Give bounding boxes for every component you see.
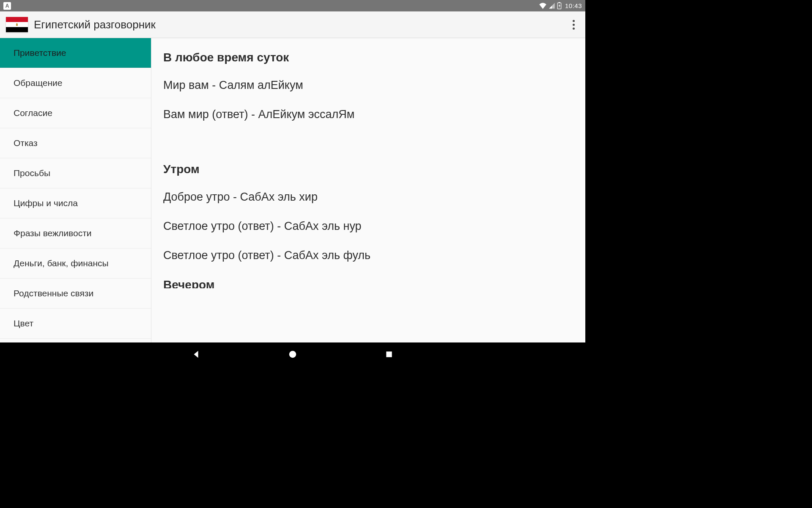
app-bar: Египетский разговорник (0, 11, 585, 38)
nav-back-button[interactable] (190, 348, 202, 360)
sidebar-item-0[interactable]: Приветствие (0, 38, 151, 68)
nav-home-button[interactable] (287, 348, 299, 360)
phrase: Светлое утро (ответ) - СабАх эль фуль (163, 249, 573, 262)
sidebar-item-5[interactable]: Цифры и числа (0, 188, 151, 218)
sidebar-item-label: Цифры и числа (14, 198, 78, 208)
wifi-icon (539, 3, 547, 9)
content-panel: В любое время сутокМир вам - Салям алЕйк… (151, 38, 585, 342)
sidebar-item-3[interactable]: Отказ (0, 128, 151, 158)
sidebar-item-label: Согласие (14, 108, 52, 118)
svg-point-2 (289, 351, 296, 358)
sidebar-item-4[interactable]: Просьбы (0, 158, 151, 188)
status-bar: A 10:43 (0, 0, 585, 11)
section-title: Утром (163, 163, 573, 176)
sidebar-item-label: Отказ (14, 138, 38, 148)
app-title: Египетский разговорник (34, 18, 156, 31)
sidebar-item-7[interactable]: Деньги, банк, финансы (0, 248, 151, 279)
sidebar-item-label: Фразы вежливости (14, 228, 92, 238)
sidebar-item-label: Цвет (14, 318, 33, 329)
clock: 10:43 (565, 2, 582, 9)
sidebar-item-9[interactable]: Цвет (0, 309, 151, 339)
sidebar-item-6[interactable]: Фразы вежливости (0, 218, 151, 248)
sidebar-item-label: Родственные связи (14, 288, 93, 298)
input-method-indicator: A (3, 2, 11, 10)
sidebar-item-label: Деньги, банк, финансы (14, 258, 109, 268)
phrase: Вам мир (ответ) - АлЕйкум эссалЯм (163, 108, 573, 121)
sidebar-item-1[interactable]: Обращение (0, 68, 151, 98)
section-title: В любое время суток (163, 51, 573, 64)
sidebar-item-label: Приветствие (14, 48, 66, 58)
android-nav-bar (0, 342, 585, 366)
section-title-partial: Вечером (163, 278, 573, 288)
sidebar: ПриветствиеОбращениеСогласиеОтказПросьбы… (0, 38, 151, 342)
battery-charging-icon (557, 2, 562, 9)
app-icon-flag-egypt (6, 17, 28, 32)
svg-rect-1 (559, 2, 560, 3)
svg-rect-3 (386, 351, 392, 357)
cellular-icon (549, 3, 555, 9)
sidebar-item-label: Обращение (14, 78, 62, 88)
sidebar-item-8[interactable]: Родственные связи (0, 279, 151, 309)
sidebar-item-2[interactable]: Согласие (0, 98, 151, 128)
phrase: Светлое утро (ответ) - СабАх эль нур (163, 220, 573, 233)
phrase: Доброе утро - СабАх эль хир (163, 190, 573, 204)
overflow-menu-button[interactable] (568, 16, 579, 33)
nav-recent-button[interactable] (383, 348, 395, 360)
sidebar-item-label: Просьбы (14, 168, 50, 178)
phrase: Мир вам - Салям алЕйкум (163, 79, 573, 92)
